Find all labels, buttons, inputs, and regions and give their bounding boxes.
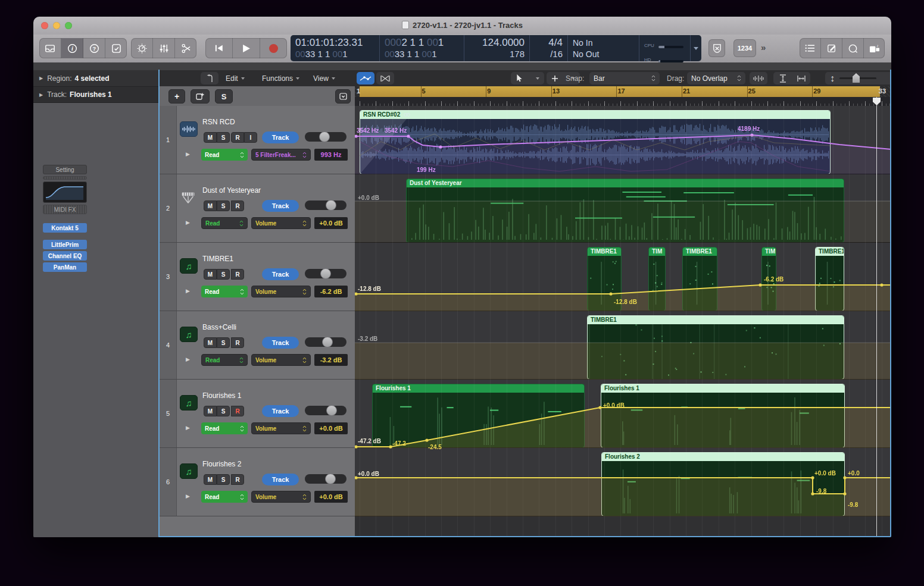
mute-button[interactable]: M xyxy=(204,406,217,416)
catch-playhead-icon[interactable] xyxy=(201,72,218,84)
plugin-slot[interactable]: LittlePrim xyxy=(43,240,87,249)
vertical-zoom-thumb[interactable] xyxy=(853,73,860,83)
automation-disclosure-icon[interactable]: ▶ xyxy=(186,356,190,362)
lcd-smpte[interactable]: 01:01:01:23.31 0033 1 1 001 xyxy=(291,35,380,61)
drag-dropdown[interactable]: No Overlap xyxy=(687,72,745,84)
track-header[interactable]: 5♫Flourishes 1MSRTrack▶ReadVolume+0.0 dB xyxy=(160,380,355,448)
solo-button[interactable]: S xyxy=(217,200,230,211)
volume-slider-knob[interactable] xyxy=(325,474,336,484)
region[interactable]: TIMBRE1 xyxy=(587,247,622,311)
rewind-button[interactable] xyxy=(205,38,233,58)
track-on-button[interactable]: Track xyxy=(262,268,299,280)
region[interactable]: TIM xyxy=(648,247,666,311)
automation-parameter-dropdown[interactable]: Volume xyxy=(251,286,311,297)
ruler-tick-strip[interactable] xyxy=(355,97,891,106)
volume-slider-knob[interactable] xyxy=(326,405,337,416)
bar-ruler[interactable]: 159131721252933 xyxy=(355,86,891,97)
lcd-display[interactable]: 01:01:01:23.31 0033 1 1 001 0002 1 1 001… xyxy=(291,35,701,61)
record-button[interactable] xyxy=(260,38,287,58)
library-icon[interactable] xyxy=(39,38,61,58)
automation-disclosure-icon[interactable]: ▶ xyxy=(186,425,190,431)
smart-controls-icon[interactable] xyxy=(131,38,153,58)
region[interactable]: TIMBRE1 xyxy=(587,315,844,380)
vertical-zoom-fit-icon[interactable] xyxy=(779,74,787,83)
input-monitor-button[interactable]: I xyxy=(244,132,257,143)
setting-button[interactable]: Setting xyxy=(43,165,87,174)
add-track-button[interactable]: + xyxy=(168,89,185,104)
record-enable-button[interactable]: R xyxy=(231,269,244,280)
duplicate-track-button[interactable] xyxy=(191,89,210,104)
automation-parameter-dropdown[interactable]: 5 FilterFreak... xyxy=(251,149,311,161)
solo-button[interactable]: S xyxy=(217,406,230,416)
region[interactable]: TIM xyxy=(761,247,776,311)
volume-slider-knob[interactable] xyxy=(319,131,330,142)
track-on-button[interactable]: Track xyxy=(262,131,299,143)
play-button[interactable] xyxy=(233,38,260,58)
edit-menu[interactable]: Edit xyxy=(226,70,245,86)
track-on-button[interactable]: Track xyxy=(262,405,299,417)
inspector-icon[interactable]: i xyxy=(61,38,83,58)
master-solo-button[interactable]: S xyxy=(215,89,233,104)
track-volume-slider[interactable] xyxy=(305,337,346,347)
automation-mode-dropdown[interactable]: Read xyxy=(201,149,248,161)
mute-button[interactable]: M xyxy=(204,132,217,143)
solo-button[interactable]: S xyxy=(217,474,230,485)
track-volume-slider[interactable] xyxy=(305,132,346,142)
vertical-zoom-slider[interactable]: ↕ xyxy=(830,73,876,84)
arrange-lanes[interactable]: RSN RCD#02Dust of YesteryearTIMBRE1TIMTI… xyxy=(355,106,891,537)
vertical-zoom-track[interactable] xyxy=(839,77,876,79)
volume-slider-knob[interactable] xyxy=(320,268,331,279)
track-header[interactable]: 4♫Bass+CelliMSRTrack▶ReadVolume-3.2 dB xyxy=(160,311,355,380)
apple-loops-icon[interactable] xyxy=(842,38,864,58)
automation-mode-dropdown[interactable]: Read xyxy=(201,422,248,434)
flex-toggle-icon[interactable] xyxy=(376,72,394,84)
track-volume-slider[interactable] xyxy=(305,406,346,415)
track-header[interactable]: 1RSN RCDMSRITrack▶Read5 FilterFreak...99… xyxy=(160,106,355,174)
region[interactable]: Flourishes 1 xyxy=(601,384,845,448)
pointer-tool-selector[interactable] xyxy=(511,72,544,84)
automation-disclosure-icon[interactable]: ▶ xyxy=(186,220,190,225)
partial-track-header[interactable] xyxy=(160,516,355,537)
media-browser-icon[interactable]: ♪ xyxy=(864,38,885,58)
shield-x-icon[interactable] xyxy=(708,39,725,57)
lcd-options-chevron[interactable] xyxy=(691,35,701,61)
editors-scissors-icon[interactable] xyxy=(175,38,196,58)
track-header[interactable]: 3♫TIMBRE1MSRTrack▶ReadVolume-6.2 dB xyxy=(160,243,355,311)
slot-button[interactable]: MIDI FX xyxy=(43,205,87,214)
automation-parameter-dropdown[interactable]: Volume xyxy=(251,422,311,434)
volume-slider-knob[interactable] xyxy=(322,337,333,347)
track-header[interactable]: 6♫Flourishes 2MSRTrack▶ReadVolume+0.0 dB xyxy=(160,448,355,516)
automation-disclosure-icon[interactable]: ▶ xyxy=(186,151,190,157)
record-enable-button[interactable]: R xyxy=(231,474,244,485)
region[interactable]: TIMBRE1 xyxy=(682,247,717,311)
plugin-slot[interactable]: Kontakt 5 xyxy=(43,223,87,233)
region[interactable]: TIMBRE1 xyxy=(815,247,844,311)
lcd-signature[interactable]: 4/4 /16 xyxy=(530,35,568,61)
playhead-line[interactable] xyxy=(876,97,877,537)
track-volume-slider[interactable] xyxy=(305,474,346,484)
lcd-io[interactable]: No In No Out xyxy=(568,35,639,61)
region[interactable]: Flourishes 2 xyxy=(601,452,845,516)
automation-mode-dropdown[interactable]: Read xyxy=(201,491,248,503)
solo-button[interactable]: S xyxy=(217,337,230,348)
track-on-button[interactable]: Track xyxy=(262,200,299,212)
mute-button[interactable]: M xyxy=(204,269,217,280)
track-volume-slider[interactable] xyxy=(305,200,346,210)
record-enable-button[interactable]: R xyxy=(231,337,244,348)
mute-button[interactable]: M xyxy=(204,200,217,211)
region[interactable]: RSN RCD#02 xyxy=(360,110,831,174)
eq-thumbnail[interactable] xyxy=(43,181,87,203)
track-on-button[interactable]: Track xyxy=(262,337,299,349)
quick-help-icon[interactable]: ? xyxy=(83,38,105,58)
track-on-button[interactable]: Track xyxy=(262,474,299,485)
mixer-icon[interactable] xyxy=(153,38,175,58)
record-enable-button[interactable]: R xyxy=(231,200,244,211)
track-header-options-button[interactable] xyxy=(335,89,351,104)
automation-parameter-dropdown[interactable]: Volume xyxy=(251,354,311,366)
region-inspector-header[interactable]: ▶ Region: 4 selected xyxy=(33,70,160,87)
disclosure-triangle-icon[interactable]: ▶ xyxy=(39,92,43,98)
count-in-button[interactable]: 1234 xyxy=(733,39,756,57)
more-tools-chevrons[interactable]: » xyxy=(761,42,766,52)
automation-mode-dropdown[interactable]: Read xyxy=(201,354,248,366)
snap-dropdown[interactable]: Bar xyxy=(589,72,660,84)
